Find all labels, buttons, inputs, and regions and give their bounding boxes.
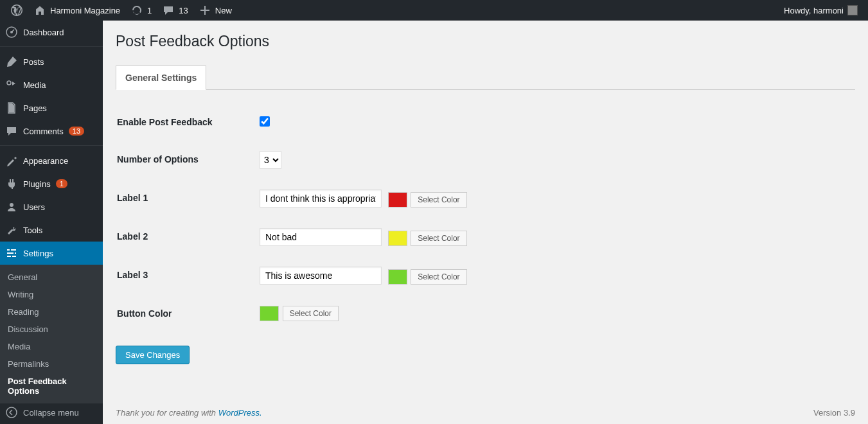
admin-bar: Harmoni Magazine 1 13 New Howdy, harmoni <box>0 0 868 21</box>
menu-appearance[interactable]: Appearance <box>0 149 103 172</box>
tab-wrapper: General Settings <box>116 66 855 90</box>
enable-feedback-checkbox[interactable] <box>260 116 270 127</box>
label3-input[interactable] <box>260 267 382 285</box>
menu-media[interactable]: Media <box>0 73 103 96</box>
main-content: Post Feedback Options General Settings E… <box>103 21 868 424</box>
save-changes-button[interactable]: Save Changes <box>116 346 190 364</box>
version-text: Version 3.9 <box>813 408 855 418</box>
admin-sidebar: Dashboard Posts Media Pages Comments13 A… <box>0 21 103 424</box>
submenu-reading[interactable]: Reading <box>0 303 103 321</box>
submenu-media[interactable]: Media <box>0 338 103 355</box>
submenu-permalinks[interactable]: Permalinks <box>0 355 103 373</box>
label3-select-color-button[interactable]: Select Color <box>411 269 466 285</box>
label3-color-swatch[interactable] <box>388 269 407 285</box>
admin-footer: Thank you for creating with WordPress. V… <box>103 402 868 424</box>
submenu-discussion[interactable]: Discussion <box>0 321 103 338</box>
label3-label: Label 3 <box>117 257 252 294</box>
label2-color-swatch[interactable] <box>388 231 407 246</box>
svg-point-10 <box>6 407 17 418</box>
button-color-swatch[interactable] <box>260 306 279 321</box>
comments-badge: 13 <box>69 127 84 136</box>
number-options-label: Number of Options <box>117 141 252 179</box>
comments-count: 13 <box>179 6 188 15</box>
svg-rect-7 <box>15 252 16 254</box>
label2-select-color-button[interactable]: Select Color <box>411 231 466 246</box>
submenu-general[interactable]: General <box>0 269 103 286</box>
svg-rect-9 <box>12 256 16 257</box>
settings-submenu: General Writing Reading Discussion Media… <box>0 265 103 403</box>
number-options-select[interactable]: 3 <box>260 151 281 169</box>
svg-rect-4 <box>7 249 10 251</box>
collapse-menu[interactable]: Collapse menu <box>0 401 103 424</box>
submenu-writing[interactable]: Writing <box>0 286 103 303</box>
page-title: Post Feedback Options <box>116 27 855 53</box>
menu-tools[interactable]: Tools <box>0 218 103 242</box>
svg-rect-6 <box>7 252 13 254</box>
menu-pages[interactable]: Pages <box>0 96 103 119</box>
comments-link[interactable]: 13 <box>157 0 193 21</box>
button-color-select-color-button[interactable]: Select Color <box>283 306 339 321</box>
new-label: New <box>215 6 232 15</box>
footer-thanks: Thank you for creating with WordPress. <box>116 408 262 418</box>
button-color-label: Button Color <box>117 296 252 331</box>
label1-label: Label 1 <box>117 180 252 217</box>
menu-dashboard[interactable]: Dashboard <box>0 21 103 44</box>
menu-users[interactable]: Users <box>0 195 103 218</box>
site-name: Harmoni Magazine <box>50 6 120 15</box>
submenu-post-feedback[interactable]: Post Feedback Options <box>0 373 103 400</box>
updates-count: 1 <box>147 6 152 15</box>
new-link[interactable]: New <box>193 0 237 21</box>
howdy-text: Howdy, harmoni <box>784 6 844 15</box>
menu-comments[interactable]: Comments13 <box>0 119 103 143</box>
wordpress-link[interactable]: WordPress. <box>218 408 262 418</box>
plugins-badge: 1 <box>56 179 67 188</box>
menu-settings[interactable]: Settings <box>0 242 103 265</box>
avatar <box>847 5 858 15</box>
site-name-link[interactable]: Harmoni Magazine <box>28 0 125 21</box>
my-account[interactable]: Howdy, harmoni <box>779 0 863 21</box>
svg-rect-5 <box>11 249 16 251</box>
label1-input[interactable] <box>260 190 382 208</box>
updates-link[interactable]: 1 <box>125 0 157 21</box>
svg-point-1 <box>10 31 13 33</box>
label2-input[interactable] <box>260 228 382 246</box>
svg-rect-8 <box>7 256 11 257</box>
settings-form-table: Enable Post Feedback Number of Options 3… <box>116 103 855 333</box>
svg-point-2 <box>7 81 11 85</box>
label2-label: Label 2 <box>117 218 252 256</box>
svg-point-3 <box>10 203 13 207</box>
menu-posts[interactable]: Posts <box>0 50 103 73</box>
wp-logo[interactable] <box>5 0 28 21</box>
menu-plugins[interactable]: Plugins1 <box>0 172 103 195</box>
label1-select-color-button[interactable]: Select Color <box>411 192 466 208</box>
label1-color-swatch[interactable] <box>388 192 407 208</box>
tab-general-settings[interactable]: General Settings <box>116 66 206 90</box>
enable-feedback-label: Enable Post Feedback <box>117 104 252 140</box>
